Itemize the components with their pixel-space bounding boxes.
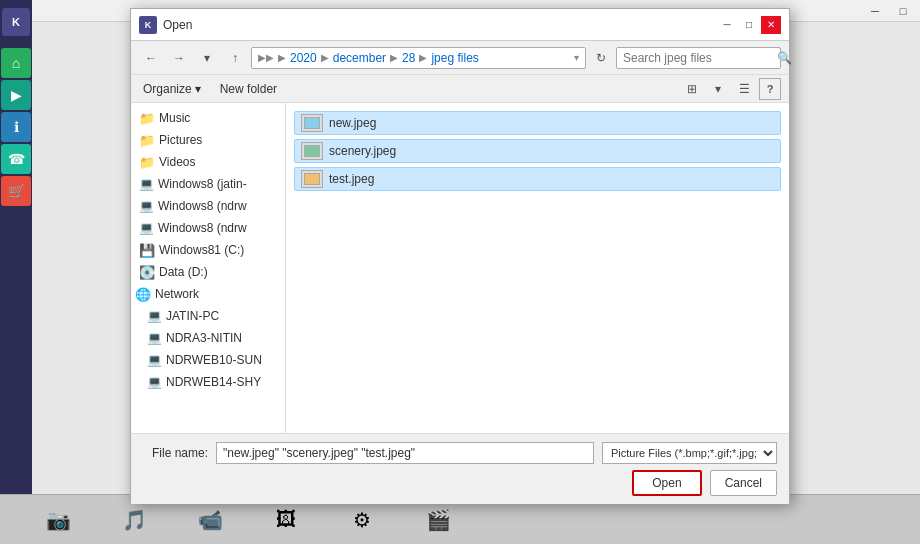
tree-item-videos[interactable]: 📁 Videos xyxy=(131,151,285,173)
list-view-button[interactable]: ☰ xyxy=(733,78,755,100)
computer-icon: 💻 xyxy=(147,353,162,367)
taskbar-camera[interactable]: 📷 xyxy=(40,502,76,538)
file-name-new: new.jpeg xyxy=(329,116,376,130)
filetype-select[interactable]: Picture Files (*.bmp;*.gif;*.jpg;* xyxy=(602,442,777,464)
computer-icon: 💻 xyxy=(139,221,154,235)
dialog-nav-toolbar: ← → ▾ ↑ ▶▶ ▶ 2020 ▶ december ▶ 28 ▶ jpeg… xyxy=(131,41,789,75)
new-folder-button[interactable]: New folder xyxy=(213,79,284,99)
folder-tree: 📁 Music 📁 Pictures 📁 Videos 💻 Windows8 (… xyxy=(131,103,286,433)
file-thumbnail xyxy=(301,170,323,188)
sidebar-cart[interactable]: 🛒 xyxy=(1,176,31,206)
tree-label: JATIN-PC xyxy=(166,309,219,323)
dialog-bottom: File name: Picture Files (*.bmp;*.gif;*.… xyxy=(131,433,789,504)
organize-dropdown-icon: ▾ xyxy=(195,82,201,96)
dialog-minimize-button[interactable]: ─ xyxy=(717,16,737,34)
open-button[interactable]: Open xyxy=(632,470,701,496)
taskbar-image[interactable]: 🖼 xyxy=(268,502,304,538)
back-button[interactable]: ← xyxy=(139,47,163,69)
breadcrumb-bar: ▶▶ ▶ 2020 ▶ december ▶ 28 ▶ jpeg files ▾ xyxy=(251,47,586,69)
tree-label: Windows81 (C:) xyxy=(159,243,244,257)
breadcrumb-jpeg-files[interactable]: jpeg files xyxy=(431,51,478,65)
taskbar-video[interactable]: 📹 xyxy=(192,502,228,538)
file-thumbnail xyxy=(301,142,323,160)
tree-label: NDRA3-NITIN xyxy=(166,331,242,345)
breadcrumb-2020[interactable]: 2020 xyxy=(290,51,317,65)
tree-label: NDRWEB10-SUN xyxy=(166,353,262,367)
tree-item-win8-jatin[interactable]: 💻 Windows8 (jatin- xyxy=(131,173,285,195)
dialog-title: Open xyxy=(163,18,192,32)
folder-icon: 📁 xyxy=(139,155,155,170)
search-input[interactable] xyxy=(623,51,773,65)
tree-label: Music xyxy=(159,111,190,125)
tree-item-win8-ndrw1[interactable]: 💻 Windows8 (ndrw xyxy=(131,195,285,217)
computer-icon: 💻 xyxy=(139,177,154,191)
tree-label: Videos xyxy=(159,155,195,169)
tree-label: NDRWEB14-SHY xyxy=(166,375,261,389)
tree-item-ndrweb14[interactable]: 💻 NDRWEB14-SHY xyxy=(131,371,285,393)
tree-label: Windows8 (ndrw xyxy=(158,221,247,235)
tree-item-jatin-pc[interactable]: 💻 JATIN-PC xyxy=(131,305,285,327)
taskbar-gear[interactable]: ⚙ xyxy=(344,502,380,538)
tree-label: Pictures xyxy=(159,133,202,147)
action-row: Open Cancel xyxy=(143,470,777,496)
tree-item-ndra3[interactable]: 💻 NDRA3-NITIN xyxy=(131,327,285,349)
file-item-scenery-jpeg[interactable]: scenery.jpeg xyxy=(294,139,781,163)
search-box: 🔍 xyxy=(616,47,781,69)
organize-toolbar: Organize ▾ New folder ⊞ ▾ ☰ ? xyxy=(131,75,789,103)
tree-item-data-d[interactable]: 💽 Data (D:) xyxy=(131,261,285,283)
tree-item-win81-c[interactable]: 💾 Windows81 (C:) xyxy=(131,239,285,261)
dialog-titlebar-left: K Open xyxy=(139,16,192,34)
tree-label: Data (D:) xyxy=(159,265,208,279)
toolbar-right: ⊞ ▾ ☰ ? xyxy=(681,78,781,100)
breadcrumb-28[interactable]: 28 xyxy=(402,51,415,65)
filename-input[interactable] xyxy=(216,442,594,464)
tree-item-music[interactable]: 📁 Music xyxy=(131,107,285,129)
dialog-logo: K xyxy=(139,16,157,34)
organize-button[interactable]: Organize ▾ xyxy=(139,80,205,98)
sidebar-home[interactable]: ⌂ xyxy=(1,48,31,78)
sidebar: K ⌂ ▶ ℹ ☎ 🛒 xyxy=(0,0,32,544)
computer-icon: 💻 xyxy=(147,309,162,323)
file-item-test-jpeg[interactable]: test.jpeg xyxy=(294,167,781,191)
breadcrumb-sep-1: ▶ xyxy=(278,52,286,63)
breadcrumb-december[interactable]: december xyxy=(333,51,386,65)
tree-label: Windows8 (ndrw xyxy=(158,199,247,213)
dropdown-button[interactable]: ▾ xyxy=(195,47,219,69)
filename-label: File name: xyxy=(143,446,208,460)
cancel-button[interactable]: Cancel xyxy=(710,470,777,496)
refresh-button[interactable]: ↻ xyxy=(590,47,612,69)
taskbar-film[interactable]: 🎬 xyxy=(420,502,456,538)
folder-icon: 📁 xyxy=(139,111,155,126)
sidebar-phone[interactable]: ☎ xyxy=(1,144,31,174)
filename-row: File name: Picture Files (*.bmp;*.gif;*.… xyxy=(143,442,777,464)
file-item-new-jpeg[interactable]: new.jpeg xyxy=(294,111,781,135)
file-name-scenery: scenery.jpeg xyxy=(329,144,396,158)
tree-item-pictures[interactable]: 📁 Pictures xyxy=(131,129,285,151)
computer-icon: 💻 xyxy=(147,331,162,345)
dialog-titlebar: K Open ─ □ ✕ xyxy=(131,9,789,41)
grid-view-button[interactable]: ⊞ xyxy=(681,78,703,100)
dialog-close-button[interactable]: ✕ xyxy=(761,16,781,34)
tree-item-ndrweb10[interactable]: 💻 NDRWEB10-SUN xyxy=(131,349,285,371)
tree-label: Network xyxy=(155,287,199,301)
up-button[interactable]: ↑ xyxy=(223,47,247,69)
forward-button[interactable]: → xyxy=(167,47,191,69)
open-dialog: K Open ─ □ ✕ ← → ▾ ↑ ▶▶ ▶ 2020 ▶ decembe… xyxy=(130,8,790,503)
dialog-maximize-button[interactable]: □ xyxy=(739,16,759,34)
sidebar-info[interactable]: ℹ xyxy=(1,112,31,142)
app-logo: K xyxy=(2,8,30,36)
search-icon: 🔍 xyxy=(777,51,792,65)
drive-icon: 💽 xyxy=(139,265,155,280)
maximize-button[interactable]: □ xyxy=(890,3,916,19)
tree-item-win8-ndrw2[interactable]: 💻 Windows8 (ndrw xyxy=(131,217,285,239)
help-button[interactable]: ? xyxy=(759,78,781,100)
tree-item-network[interactable]: 🌐 Network xyxy=(131,283,285,305)
taskbar-music[interactable]: 🎵 xyxy=(116,502,152,538)
sidebar-play[interactable]: ▶ xyxy=(1,80,31,110)
view-dropdown-button[interactable]: ▾ xyxy=(707,78,729,100)
file-thumbnail xyxy=(301,114,323,132)
minimize-button[interactable]: ─ xyxy=(862,3,888,19)
drive-icon: 💾 xyxy=(139,243,155,258)
breadcrumb-dropdown[interactable]: ▾ xyxy=(574,52,579,63)
computer-icon: 💻 xyxy=(139,199,154,213)
